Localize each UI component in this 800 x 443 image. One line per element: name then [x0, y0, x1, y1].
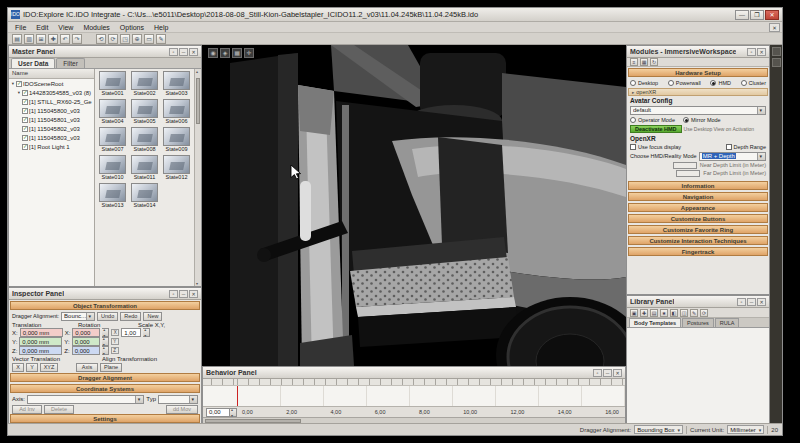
dock-icon[interactable] — [169, 48, 178, 56]
add-mover-button[interactable]: dd Mov — [166, 405, 198, 414]
visibility-checkbox[interactable] — [22, 126, 28, 132]
tab-user-data[interactable]: User Data — [11, 58, 55, 68]
section-dragger-alignment[interactable]: Dragger Alignment — [10, 373, 200, 382]
undo-icon[interactable]: ↶ — [60, 34, 70, 44]
current-unit-select[interactable]: Millimeter — [727, 425, 764, 434]
visibility-checkbox[interactable] — [22, 99, 28, 105]
align-plane-button[interactable]: Plane — [100, 363, 122, 372]
collapse-icon[interactable] — [179, 48, 188, 56]
spinner-icon[interactable] — [143, 328, 150, 337]
timeline-ruler[interactable] — [203, 379, 625, 386]
frame-icon[interactable]: ▭ — [144, 34, 154, 44]
camera-icon[interactable]: ◉ — [208, 48, 218, 58]
library-content[interactable] — [627, 328, 769, 424]
collapse-icon[interactable] — [603, 369, 612, 377]
state-thumbnail[interactable] — [163, 71, 190, 90]
master-panel-header[interactable]: Master Panel — [9, 46, 201, 58]
far-depth-field[interactable] — [676, 170, 700, 177]
close-icon[interactable] — [757, 298, 766, 306]
maximize-button[interactable]: ❐ — [750, 10, 764, 20]
visibility-checkbox[interactable] — [22, 108, 28, 114]
target-icon[interactable]: ⊕ — [132, 34, 142, 44]
scale-field[interactable]: 1,00 — [121, 328, 141, 337]
save-icon[interactable]: ⊞ — [36, 34, 46, 44]
vector-y-button[interactable]: Y — [26, 363, 38, 372]
state-thumbnail[interactable] — [131, 127, 158, 146]
state-item[interactable]: State010 — [97, 155, 128, 182]
state-item[interactable]: State002 — [129, 71, 160, 98]
state-item[interactable]: State008 — [129, 127, 160, 154]
state-thumbnail[interactable] — [99, 99, 126, 118]
radio-mirror-mode[interactable]: Mirror Mode — [683, 117, 721, 123]
refresh-icon[interactable]: ⟳ — [700, 309, 708, 317]
tab-body-templates[interactable]: Body Templates — [629, 318, 681, 327]
docked-panel-icon[interactable] — [772, 58, 781, 67]
radio-hmd[interactable]: HMD — [710, 80, 731, 86]
grid-icon[interactable]: ▦ — [640, 58, 648, 66]
collapse-icon[interactable] — [747, 298, 756, 306]
modules-panel-header[interactable]: Modules - ImmersiveWorkspace — [627, 46, 769, 58]
state-thumbnail[interactable] — [131, 155, 158, 174]
menu-modules[interactable]: Modules — [78, 24, 114, 31]
align-axis-button[interactable]: Axis — [76, 363, 98, 372]
crosshair-icon[interactable]: ✛ — [244, 48, 254, 58]
scrollbar-thumb[interactable] — [196, 78, 200, 124]
state-thumbnail[interactable] — [131, 183, 158, 202]
rotation-z-field[interactable]: 0,000 — [72, 346, 100, 355]
favorite-icon[interactable]: ★ — [660, 309, 668, 317]
scale-y-toggle[interactable]: Y — [111, 338, 119, 345]
close-icon[interactable] — [613, 369, 622, 377]
tree-row[interactable]: [1] 115045802_v03 — [9, 124, 94, 133]
redo-button[interactable]: Redo — [120, 312, 141, 321]
section-customize-favorite-ring[interactable]: Customize Favorite Ring — [628, 225, 768, 234]
collapse-icon[interactable] — [179, 290, 188, 298]
rotation-x-field[interactable]: 0,000 — [72, 328, 100, 337]
state-item[interactable]: State011 — [129, 155, 160, 182]
translation-y-field[interactable]: 0,000 mm — [19, 337, 62, 346]
library-item-icon[interactable]: ▣ — [630, 309, 638, 317]
radio-operator-mode[interactable]: Operator Mode — [630, 117, 675, 123]
state-item[interactable]: State005 — [129, 99, 160, 126]
columns-icon[interactable]: ◫ — [680, 309, 688, 317]
inspector-panel-header[interactable]: Inspector Panel — [9, 288, 201, 300]
state-thumbnail[interactable] — [99, 155, 126, 174]
scale-x-toggle[interactable]: X — [111, 329, 119, 336]
rotate-left-icon[interactable]: ⟲ — [96, 34, 106, 44]
spinner-icon[interactable] — [102, 346, 109, 355]
open-icon[interactable]: ▥ — [24, 34, 34, 44]
scale-z-toggle[interactable]: Z — [111, 347, 119, 354]
visibility-checkbox[interactable] — [16, 81, 22, 87]
translation-z-field[interactable]: 0,000 mm — [19, 346, 62, 355]
grid-icon[interactable]: ▦ — [232, 48, 242, 58]
menu-file[interactable]: File — [10, 24, 31, 31]
delete-button[interactable]: Delete — [44, 405, 74, 414]
section-coordinate-systems[interactable]: Coordinate Systems — [10, 384, 200, 393]
section-fingertrack[interactable]: Fingertrack — [628, 247, 768, 256]
refresh-icon[interactable]: ↻ — [650, 58, 658, 66]
split-icon[interactable]: ◧ — [670, 309, 678, 317]
dragger-alignment-status-select[interactable]: Bounding Box — [634, 425, 683, 434]
add-icon[interactable]: ✚ — [640, 309, 648, 317]
viewport-3d[interactable]: ◉ ◈ ▦ ✛ — [202, 45, 626, 366]
dock-icon[interactable] — [737, 298, 746, 306]
state-item[interactable]: State003 — [161, 71, 192, 98]
close-icon[interactable] — [189, 48, 198, 56]
spinner-icon[interactable] — [230, 408, 237, 417]
add-icon[interactable]: ✚ — [48, 34, 58, 44]
menu-options[interactable]: Options — [115, 24, 149, 31]
tree-row[interactable]: [1] Root Light 1 — [9, 142, 94, 151]
vertical-scrollbar[interactable] — [194, 69, 201, 286]
close-icon[interactable] — [189, 290, 198, 298]
section-customize-buttons[interactable]: Customize Buttons — [628, 214, 768, 223]
vector-x-button[interactable]: X — [12, 363, 24, 372]
state-thumbnail[interactable] — [131, 99, 158, 118]
state-item[interactable]: State007 — [97, 127, 128, 154]
depth-range-checkbox[interactable]: Depth Range — [726, 144, 766, 150]
avatar-select[interactable]: default — [630, 106, 766, 115]
state-item[interactable]: State006 — [161, 99, 192, 126]
near-depth-field[interactable] — [673, 162, 697, 169]
deactivate-hmd-button[interactable]: Deactivate HMD — [630, 125, 682, 133]
tab-rula[interactable]: RULA — [715, 318, 740, 327]
section-object-transformation[interactable]: Object Transformation — [10, 301, 200, 310]
timeline-track[interactable] — [203, 386, 625, 406]
